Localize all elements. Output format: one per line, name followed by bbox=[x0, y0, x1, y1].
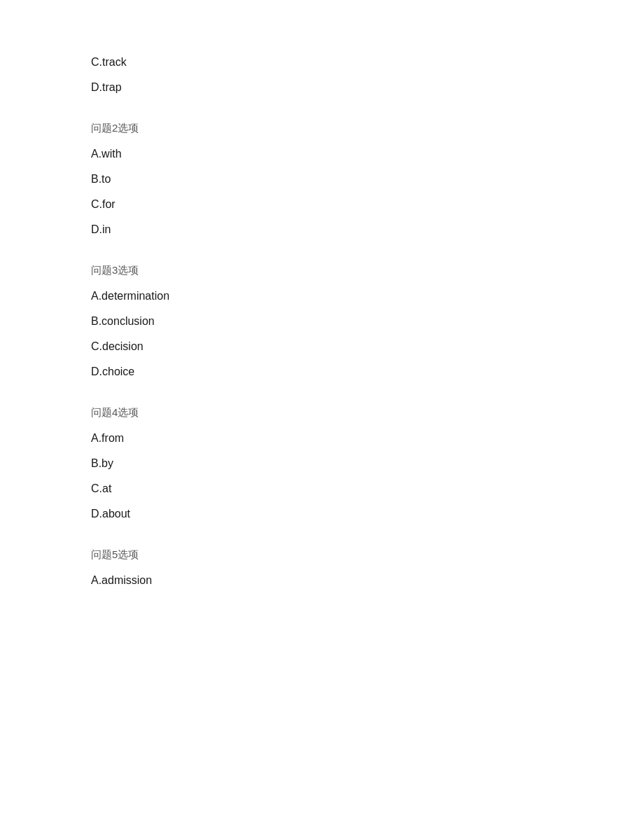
question-4-label: 问题4选项 bbox=[91, 406, 553, 419]
option-b-by: B.by bbox=[91, 457, 553, 470]
option-a-admission: A.admission bbox=[91, 574, 553, 587]
option-c-at: C.at bbox=[91, 482, 553, 495]
option-c-decision: C.decision bbox=[91, 340, 553, 353]
question-5-label: 问题5选项 bbox=[91, 548, 553, 562]
option-b-to: B.to bbox=[91, 173, 553, 186]
option-d-about: D.about bbox=[91, 508, 553, 520]
question-2-section: 问题2选项 A.with B.to C.for D.in bbox=[91, 122, 553, 236]
option-d-trap: D.trap bbox=[91, 81, 553, 94]
option-d-in: D.in bbox=[91, 223, 553, 236]
option-c-for: C.for bbox=[91, 198, 553, 211]
option-b-conclusion: B.conclusion bbox=[91, 315, 553, 328]
question-5-section: 问题5选项 A.admission bbox=[91, 548, 553, 587]
option-c-track: C.track bbox=[91, 56, 553, 69]
question-1-partial: C.track D.trap bbox=[91, 56, 553, 94]
option-a-with: A.with bbox=[91, 148, 553, 160]
question-3-section: 问题3选项 A.determination B.conclusion C.dec… bbox=[91, 264, 553, 378]
question-4-section: 问题4选项 A.from B.by C.at D.about bbox=[91, 406, 553, 520]
option-a-determination: A.determination bbox=[91, 290, 553, 303]
option-a-from: A.from bbox=[91, 432, 553, 445]
option-d-choice: D.choice bbox=[91, 366, 553, 378]
question-2-label: 问题2选项 bbox=[91, 122, 553, 135]
question-3-label: 问题3选项 bbox=[91, 264, 553, 277]
